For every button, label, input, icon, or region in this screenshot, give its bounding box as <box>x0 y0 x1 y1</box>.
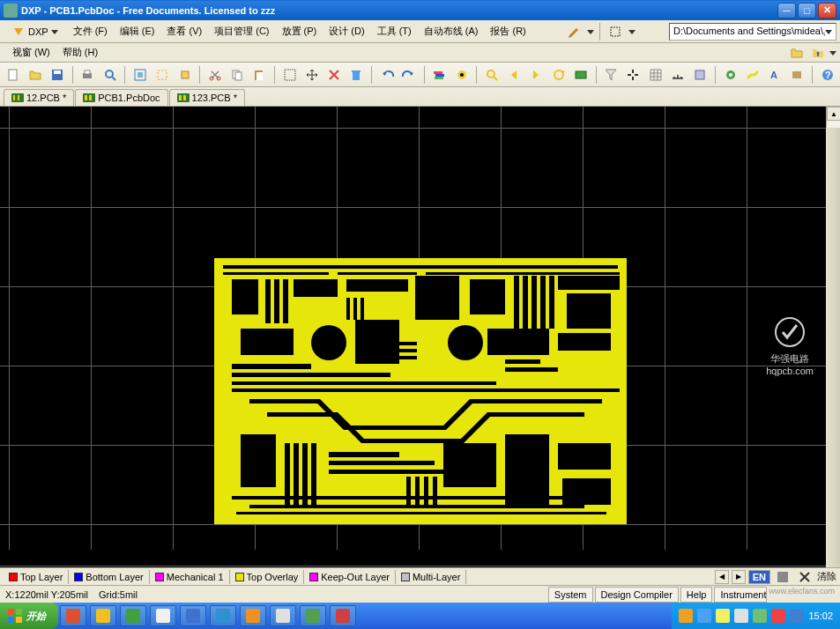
chevron-down-icon[interactable] <box>829 49 836 56</box>
start-button[interactable]: 开始 <box>0 603 58 629</box>
menu-window[interactable]: 视窗 (W) <box>7 43 56 62</box>
layers-icon[interactable] <box>430 65 449 85</box>
folder-icon[interactable] <box>787 43 807 63</box>
menu-report[interactable]: 报告 (R) <box>485 22 531 41</box>
menu-edit[interactable]: 编辑 (E) <box>115 22 160 41</box>
layertab-scroll-left[interactable]: ◀ <box>715 570 729 584</box>
task-item[interactable] <box>60 605 86 626</box>
chevron-down-icon[interactable] <box>628 28 636 35</box>
path-input[interactable]: D:\Documents and Settings\midea\桌面 <box>669 23 836 41</box>
menu-place[interactable]: 放置 (P) <box>277 22 323 41</box>
edit-brush-icon[interactable] <box>564 22 584 41</box>
layertab-overlay[interactable]: Top Overlay <box>230 570 305 584</box>
svg-rect-29 <box>435 74 444 77</box>
tray-icon[interactable] <box>716 609 730 623</box>
zoom-area-icon[interactable] <box>153 65 172 85</box>
sb-compiler[interactable]: Design Compiler <box>595 587 679 603</box>
maximize-button[interactable]: □ <box>798 3 816 18</box>
layertab-keepout[interactable]: Keep-Out Layer <box>304 570 396 584</box>
menu-view[interactable]: 查看 (V) <box>161 22 207 41</box>
new-icon[interactable] <box>4 65 22 85</box>
menu-help[interactable]: 帮助 (H) <box>57 43 103 62</box>
sb-instruments[interactable]: Instruments <box>714 587 767 603</box>
save-icon[interactable] <box>48 65 67 85</box>
grid-icon[interactable] <box>646 65 665 85</box>
deselect-icon[interactable] <box>325 65 344 85</box>
dxp-menu-button[interactable]: DXP <box>4 22 66 41</box>
task-item[interactable] <box>90 605 116 626</box>
pcb-file-icon <box>83 93 95 102</box>
folder-up-icon[interactable] <box>808 43 828 63</box>
menubar: DXP 文件 (F) 编辑 (E) 查看 (V) 项目管理 (C) 放置 (P)… <box>0 20 840 43</box>
units-icon[interactable] <box>668 65 687 85</box>
browse-icon[interactable] <box>482 65 501 85</box>
menu-tools[interactable]: 工具 (T) <box>372 22 417 41</box>
task-item[interactable] <box>300 605 326 626</box>
zoom-fit-icon[interactable] <box>130 65 149 85</box>
mask-toggle-icon[interactable] <box>773 567 792 587</box>
task-item[interactable] <box>330 605 356 626</box>
drill-icon[interactable] <box>452 65 471 85</box>
doctab-pcb1[interactable]: PCB1.PcbDoc <box>75 89 167 106</box>
clear-toggle-icon[interactable] <box>795 567 814 587</box>
help-icon[interactable]: ? <box>818 65 836 85</box>
paste-icon[interactable] <box>250 65 269 85</box>
zoom-selected-icon[interactable] <box>175 65 194 85</box>
mask-icon[interactable] <box>691 65 710 85</box>
layertab-multi[interactable]: Multi-Layer <box>396 570 466 584</box>
select-all-icon[interactable] <box>280 65 299 85</box>
tray-icon[interactable] <box>734 609 748 623</box>
collapsed-panel[interactable] <box>826 128 840 567</box>
doctab-123pcb[interactable]: 123.PCB * <box>169 89 245 106</box>
text-icon[interactable]: A <box>765 65 784 85</box>
preview-icon[interactable] <box>100 65 119 85</box>
doctab-12pcb[interactable]: 12.PCB * <box>4 89 74 106</box>
sb-help[interactable]: Help <box>680 587 713 603</box>
next-icon[interactable] <box>527 65 546 85</box>
select-icon[interactable] <box>606 22 625 41</box>
scroll-up-button[interactable]: ▲ <box>827 107 840 121</box>
copy-icon[interactable] <box>227 65 246 85</box>
undo-icon[interactable] <box>377 65 396 85</box>
print-icon[interactable] <box>78 65 97 85</box>
layertab-mech1[interactable]: Mechanical 1 <box>150 570 230 584</box>
menu-project[interactable]: 项目管理 (C) <box>209 22 274 41</box>
tray-icon[interactable] <box>697 609 711 623</box>
rect-icon[interactable] <box>788 65 807 85</box>
pcb-canvas[interactable]: 华强电路 hqpcb.com ▲ ▼ <box>0 107 840 567</box>
minimize-button[interactable]: ─ <box>777 3 796 18</box>
cut-icon[interactable] <box>205 65 224 85</box>
tray-icon[interactable] <box>753 609 767 623</box>
open-icon[interactable] <box>26 65 44 85</box>
move-icon[interactable] <box>302 65 321 85</box>
layertab-bottom[interactable]: Bottom Layer <box>69 570 149 584</box>
layertab-scroll-right[interactable]: ▶ <box>732 570 746 584</box>
task-item[interactable] <box>270 605 296 626</box>
task-item[interactable] <box>210 605 236 626</box>
sb-system[interactable]: System <box>548 587 593 603</box>
close-button[interactable]: ✕ <box>818 3 836 18</box>
task-item[interactable] <box>120 605 146 626</box>
task-item[interactable] <box>150 605 176 626</box>
clock[interactable]: 15:02 <box>808 610 833 621</box>
place-pad-icon[interactable] <box>721 65 740 85</box>
tray-icon[interactable] <box>679 609 693 623</box>
snap-icon[interactable] <box>624 65 643 85</box>
clear-icon[interactable] <box>347 65 366 85</box>
place-track-icon[interactable] <box>743 65 762 85</box>
board-icon[interactable] <box>571 65 590 85</box>
task-item[interactable] <box>240 605 266 626</box>
redo-icon[interactable] <box>399 65 418 85</box>
chevron-down-icon[interactable] <box>587 28 594 35</box>
tray-icon[interactable] <box>790 609 804 623</box>
menu-file[interactable]: 文件 (F) <box>68 22 113 41</box>
menu-autoroute[interactable]: 自动布线 (A) <box>419 22 484 41</box>
task-item[interactable] <box>180 605 206 626</box>
layertab-top[interactable]: Top Layer <box>4 570 69 584</box>
prev-icon[interactable] <box>504 65 523 85</box>
cycle-icon[interactable] <box>549 65 568 85</box>
lang-indicator[interactable]: EN <box>748 570 770 584</box>
filter-icon[interactable] <box>602 65 621 85</box>
menu-design[interactable]: 设计 (D) <box>323 22 369 41</box>
tray-icon[interactable] <box>771 609 785 623</box>
